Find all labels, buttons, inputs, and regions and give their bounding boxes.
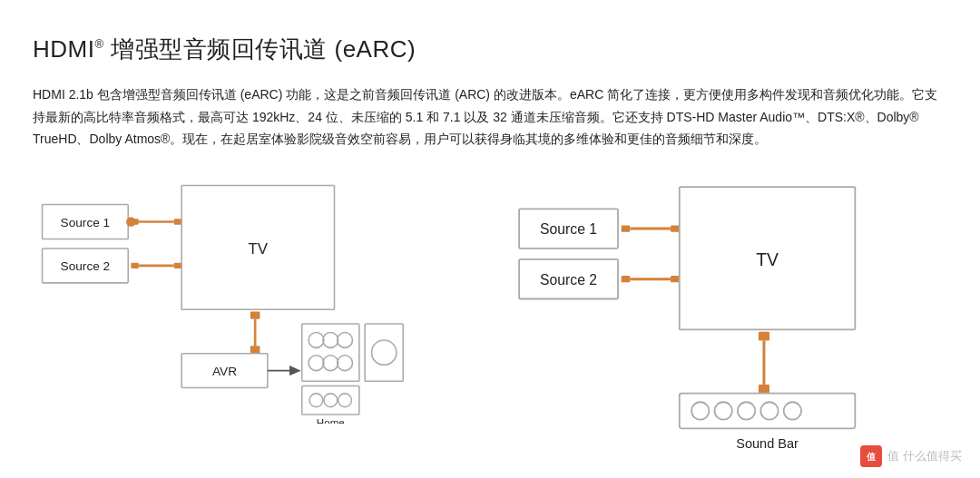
svg-rect-41	[622, 276, 631, 282]
svg-rect-10	[174, 262, 181, 268]
svg-text:TV: TV	[756, 249, 779, 269]
watermark-text: 值 什么值得买	[887, 446, 962, 466]
svg-rect-40	[671, 225, 680, 231]
diagrams-container: Source 1 Source 2 TV AVR	[33, 176, 947, 468]
svg-text:TV: TV	[249, 240, 269, 258]
svg-rect-46	[759, 332, 769, 341]
svg-text:Source 1: Source 1	[61, 215, 111, 229]
svg-rect-15	[250, 346, 260, 353]
svg-rect-8	[131, 262, 138, 268]
svg-rect-27	[365, 324, 403, 381]
svg-text:Source 2: Source 2	[61, 259, 111, 273]
diagram-arc-svg: Source 1 Source 2 TV AVR	[33, 176, 472, 424]
watermark-logo: 值	[860, 445, 882, 467]
diagram-arc: Source 1 Source 2 TV AVR	[33, 176, 472, 431]
watermark: 值 值 什么值得买	[860, 445, 962, 467]
title-hdmi: HDMI	[33, 35, 94, 63]
svg-rect-48	[759, 385, 769, 394]
diagram-earc-svg: Source 1 Source 2 TV	[508, 176, 947, 462]
diagram-earc: Source 1 Source 2 TV	[508, 176, 947, 468]
svg-rect-43	[671, 276, 680, 282]
svg-rect-29	[302, 385, 359, 415]
page-title: HDMI® 增强型音频回传讯道 (eARC)	[33, 29, 947, 69]
svg-text:Home: Home	[317, 416, 345, 424]
svg-text:Sound Bar: Sound Bar	[736, 436, 799, 451]
svg-text:Source 2: Source 2	[540, 271, 597, 287]
title-rest: 增强型音频回传讯道 (eARC)	[104, 35, 416, 63]
svg-rect-5	[131, 219, 138, 224]
svg-rect-7	[174, 219, 181, 224]
svg-rect-49	[680, 393, 856, 428]
title-sup: ®	[94, 37, 103, 51]
svg-text:AVR: AVR	[212, 365, 237, 378]
description-text: HDMI 2.1b 包含增强型音频回传讯道 (eARC) 功能，这是之前音频回传…	[33, 83, 947, 151]
svg-rect-38	[622, 225, 631, 231]
svg-text:Source 1: Source 1	[540, 221, 597, 237]
svg-rect-13	[250, 311, 260, 318]
